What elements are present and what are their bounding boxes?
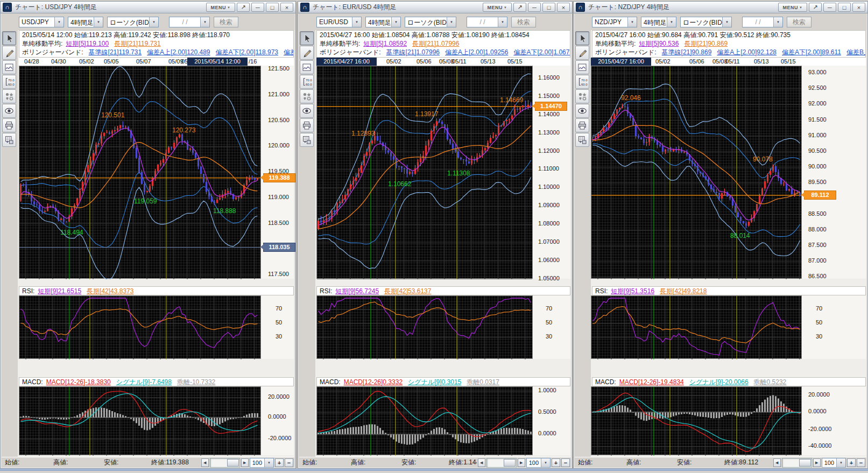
macd-chart[interactable] — [19, 386, 261, 455]
titlebar[interactable]: ∩ チャート: USD/JPY 4時間足 MENU▼ ↗ ─ □ × — [1, 2, 295, 13]
timeframe-select[interactable]: 4時間足 ▼ — [365, 17, 401, 27]
minimize-button[interactable]: ─ — [251, 3, 264, 12]
macd-chart[interactable] — [591, 386, 802, 455]
svg-text:1.11308: 1.11308 — [447, 170, 470, 177]
scroll-right-button[interactable]: ▶ — [518, 458, 525, 467]
macd-chart[interactable] — [316, 386, 533, 455]
search-button[interactable]: 検索 — [511, 17, 536, 27]
maximize-button[interactable]: □ — [266, 3, 279, 12]
price-chart[interactable]: 92.04690.07888.014 — [591, 66, 802, 279]
rsi-tick: 50 — [276, 319, 282, 326]
scroll-left-button[interactable]: ◀ — [773, 458, 781, 467]
rsi-chart[interactable] — [591, 295, 802, 359]
select-tool-button[interactable] — [575, 31, 589, 45]
select-tool-button[interactable] — [2, 31, 16, 45]
price-tick: 93.000 — [808, 69, 827, 75]
chevron-down-icon[interactable]: ▼ — [627, 17, 637, 27]
chevron-down-icon[interactable]: ▼ — [722, 17, 731, 27]
chevron-down-icon[interactable]: ▼ — [94, 17, 103, 27]
search-button[interactable]: 検索 — [214, 17, 238, 27]
maximize-button[interactable]: □ — [838, 3, 851, 12]
scroll-left-button[interactable]: ◀ — [478, 458, 485, 467]
menu-button[interactable]: MENU▼ — [206, 3, 235, 12]
zoom-out-button[interactable]: − — [561, 458, 570, 467]
candle-count-select[interactable]: 100 ▼ — [822, 458, 846, 468]
titlebar[interactable]: ∩ チャート: EUR/USD 4時間足 MENU▼ ↗ ─ □ × — [298, 2, 572, 13]
popout-button[interactable]: ↗ — [809, 3, 822, 12]
date-tick: 05/07 — [136, 58, 151, 65]
pair-select[interactable]: USD/JPY ▼ — [19, 17, 64, 27]
scroll-right-button[interactable]: ▶ — [241, 458, 249, 467]
date-input[interactable]: / / ▼ — [742, 17, 783, 27]
chevron-down-icon[interactable]: ▼ — [200, 17, 209, 27]
pair-select[interactable]: EUR/USD ▼ — [316, 17, 362, 27]
timeframe-select[interactable]: 4時間足 ▼ — [68, 17, 103, 27]
selected-date-label: 2015/04/27 16:00 — [591, 58, 651, 66]
popout-button[interactable]: ↗ — [237, 3, 250, 12]
zoom-in-button[interactable]: + — [275, 458, 284, 467]
rsi-chart[interactable] — [316, 295, 533, 359]
chevron-down-icon[interactable]: ▼ — [447, 17, 456, 27]
close-button[interactable]: × — [280, 3, 293, 12]
chevron-down-icon[interactable]: ▼ — [264, 458, 273, 467]
chevron-down-icon[interactable]: ▼ — [498, 17, 507, 27]
zoom-in-button[interactable]: + — [552, 458, 560, 467]
titlebar[interactable]: ∩ チャート: NZD/JPY 4時間足 MENU▼ ↗ ─ □ × — [574, 2, 867, 13]
draw-tool-button[interactable] — [2, 46, 16, 60]
minimize-button[interactable]: ─ — [823, 3, 836, 12]
maximize-button[interactable]: □ — [542, 3, 555, 12]
macd-chart-row: 20.00000.0000-20.0000 — [1, 386, 294, 455]
popout-button[interactable]: ↗ — [513, 3, 526, 12]
high-label: 高値: — [626, 458, 676, 467]
chevron-down-icon[interactable]: ▼ — [667, 17, 676, 27]
close-button[interactable]: × — [852, 3, 865, 12]
date-input[interactable]: / / ▼ — [169, 17, 210, 27]
select-tool-button[interactable] — [300, 31, 314, 45]
menu-button[interactable]: MENU▼ — [483, 3, 512, 12]
bottom-bar: 始値: 高値: 安値: 終値:1.14470 ◀ ▶ 100 ▼ + − — [299, 457, 571, 468]
chevron-down-icon[interactable]: ▼ — [541, 458, 550, 467]
chevron-down-icon[interactable]: ▼ — [836, 458, 845, 467]
draw-tool-button[interactable] — [300, 46, 314, 60]
chevron-down-icon[interactable]: ▼ — [149, 17, 158, 27]
svg-text:119.059: 119.059 — [134, 197, 157, 205]
pair-select[interactable]: NZD/JPY ▼ — [592, 17, 637, 27]
timeframe-select[interactable]: 4時間足 ▼ — [641, 17, 676, 27]
candle-count-select[interactable]: 100 ▼ — [250, 458, 274, 468]
draw-tool-button[interactable] — [575, 46, 589, 60]
chevron-down-icon[interactable]: ▼ — [54, 17, 63, 27]
zoom-in-button[interactable]: + — [847, 458, 856, 467]
minimize-button[interactable]: ─ — [528, 3, 541, 12]
candle-count-select[interactable]: 100 ▼ — [526, 458, 551, 468]
search-button[interactable]: 検索 — [787, 17, 811, 27]
timeframe-select-value: 4時間足 — [641, 17, 667, 27]
close-button[interactable]: × — [557, 3, 570, 12]
bollinger-label: ボリンジャーバンド: — [595, 48, 657, 56]
chevron-down-icon: ▼ — [227, 6, 230, 9]
price-tick: 91.000 — [808, 132, 827, 138]
rsi-chart[interactable] — [19, 295, 261, 359]
zoom-out-button[interactable]: − — [285, 458, 293, 467]
chevron-down-icon[interactable]: ▼ — [391, 17, 400, 27]
menu-button[interactable]: MENU▼ — [778, 3, 807, 12]
macd-tick: -40.0000 — [808, 442, 831, 449]
scrollbar-thumb[interactable] — [799, 459, 811, 467]
chevron-down-icon[interactable]: ▼ — [773, 17, 782, 27]
chart-style-select[interactable]: ローソク(BID) ▼ — [405, 17, 456, 27]
chart-style-select[interactable]: ローソク(BID) ▼ — [107, 17, 159, 27]
scroll-left-button[interactable]: ◀ — [201, 458, 209, 467]
zoom-out-button[interactable]: − — [857, 458, 865, 467]
price-chart[interactable]: 120.501120.273119.059118.888118.494 — [19, 66, 261, 279]
scroll-right-button[interactable]: ▶ — [813, 458, 821, 467]
chevron-down-icon[interactable]: ▼ — [352, 17, 361, 27]
chart-scrollbar[interactable] — [782, 458, 812, 468]
scrollbar-thumb[interactable] — [227, 459, 239, 467]
scrollbar-thumb[interactable] — [504, 459, 516, 467]
chart-scrollbar[interactable] — [210, 458, 240, 468]
chart-scrollbar[interactable] — [486, 458, 517, 468]
macd-chart-row: 1.00000.50000.0000 — [298, 386, 570, 455]
chart-style-select[interactable]: ローソク(BID) ▼ — [680, 17, 732, 27]
date-input[interactable]: / / ▼ — [467, 17, 507, 27]
price-chart[interactable]: 1.146691.139171.128931.113081.10662 — [316, 66, 533, 279]
bollinger-values: 基準線[21]1.07996偏差A上[2.00]1.09256偏差A下[2.00… — [381, 48, 570, 56]
